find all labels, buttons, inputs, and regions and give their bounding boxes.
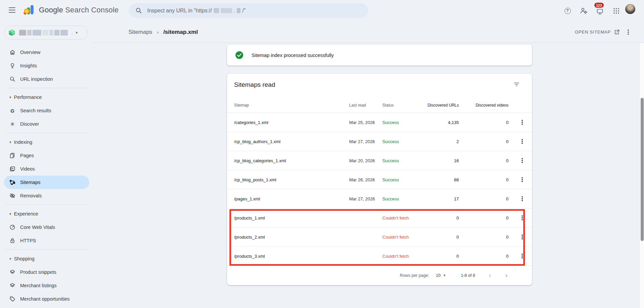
sidebar-item-label: Merchant opportunities bbox=[20, 296, 70, 302]
hamburger-menu-icon[interactable] bbox=[9, 7, 15, 14]
cell-discovered-videos: 0 bbox=[459, 120, 508, 125]
kebab-icon bbox=[522, 141, 523, 142]
cell-discovered-videos: 0 bbox=[459, 196, 508, 201]
sidebar-item-label: Overview bbox=[20, 50, 40, 55]
table-header-row: Sitemap Last read Status Discovered URLs… bbox=[227, 98, 532, 113]
layers-icon bbox=[9, 269, 15, 275]
cell-discovered-videos: 0 bbox=[459, 235, 508, 240]
table-row: /cp_blog_authors_1.xml Mar 27, 2026 Succ… bbox=[227, 132, 532, 151]
messages-button[interactable] bbox=[596, 8, 603, 15]
url-inspect-search-input[interactable]: Inspect any URL in "https://./" bbox=[129, 3, 368, 18]
app-title: Google Search Console bbox=[39, 6, 119, 14]
cell-discovered-videos: 0 bbox=[459, 254, 508, 259]
cell-last-read: Mar 27, 2026 bbox=[349, 139, 382, 144]
breadcrumb-sitemaps-link[interactable]: Sitemaps bbox=[128, 29, 152, 36]
cell-status: Success bbox=[382, 139, 427, 144]
pages-icon bbox=[9, 152, 15, 159]
cell-status: Success bbox=[382, 120, 427, 125]
topbar: Google Search Console Inspect any URL in… bbox=[0, 0, 644, 21]
help-button[interactable]: ? bbox=[564, 7, 571, 14]
row-more-actions-button[interactable] bbox=[519, 119, 526, 126]
column-header-sitemap: Sitemap bbox=[234, 103, 349, 108]
success-check-icon bbox=[235, 51, 243, 59]
rows-per-page-dropdown-icon[interactable]: ▾ bbox=[443, 273, 445, 278]
chevron-down-icon: ▾ bbox=[9, 140, 11, 144]
page-more-actions-button[interactable] bbox=[625, 28, 632, 36]
row-more-actions-button[interactable] bbox=[519, 138, 526, 145]
magnifier-icon bbox=[9, 76, 15, 82]
next-page-button[interactable]: › bbox=[505, 272, 508, 279]
row-more-actions-button[interactable] bbox=[519, 195, 526, 202]
cell-status: Success bbox=[382, 177, 427, 182]
page-header: Sitemaps › /sitemap.xml OPEN SITEMAP bbox=[92, 21, 644, 43]
sidebar-section-performance[interactable]: ▾ Performance bbox=[4, 90, 89, 104]
cell-discovered-urls: 0 bbox=[427, 215, 459, 221]
user-avatar[interactable] bbox=[625, 4, 635, 14]
scrollbar-track[interactable] bbox=[639, 43, 644, 308]
sidebar-section-label: Shopping bbox=[14, 256, 35, 261]
sidebar-section-experience[interactable]: ▾ Experience bbox=[4, 207, 89, 221]
property-selector[interactable]: . ▾ bbox=[4, 25, 88, 40]
scrollbar-thumb[interactable] bbox=[641, 98, 644, 241]
sidebar-item-label: Merchant listings bbox=[20, 283, 57, 288]
rows-per-page-value[interactable]: 10 bbox=[436, 273, 441, 278]
column-header-last-read: Last read bbox=[349, 103, 382, 108]
lock-icon bbox=[9, 238, 15, 244]
app-logo[interactable]: Google Search Console bbox=[23, 5, 119, 15]
open-sitemap-button[interactable]: OPEN SITEMAP bbox=[575, 29, 620, 35]
previous-page-button[interactable]: ‹ bbox=[488, 272, 491, 279]
sidebar-item-url-inspection[interactable]: URL inspection bbox=[4, 72, 89, 86]
sidebar-item-removals[interactable]: Removals bbox=[4, 189, 89, 202]
sidebar-item-pages[interactable]: Pages bbox=[4, 149, 89, 162]
table-pagination: Rows per page: 10 ▾ 1-8 of 8 ‹ › bbox=[227, 266, 532, 285]
cell-last-read: Mar 20, 2026 bbox=[349, 158, 382, 163]
sidebar-item-search-results[interactable]: G Search results bbox=[4, 104, 89, 117]
row-more-actions-button[interactable] bbox=[519, 233, 526, 241]
sidebar-item-core-web-vitals[interactable]: Core Web Vitals bbox=[4, 221, 89, 234]
sidebar-item-https[interactable]: HTTPS bbox=[4, 234, 89, 247]
apps-grid-icon bbox=[613, 8, 620, 14]
table-row: /products_2.xml Couldn't fetch 0 0 bbox=[227, 228, 532, 247]
sidebar-item-discover[interactable]: ✳ Discover bbox=[4, 117, 89, 131]
cell-discovered-videos: 0 bbox=[459, 158, 508, 163]
row-more-actions-button[interactable] bbox=[519, 176, 526, 183]
banner-message: Sitemap index processed successfully bbox=[252, 53, 334, 58]
cell-discovered-videos: 0 bbox=[459, 177, 508, 182]
help-icon: ? bbox=[565, 8, 571, 14]
column-header-discovered-urls: Discovered URLs bbox=[427, 103, 459, 108]
sidebar-divider bbox=[5, 249, 89, 250]
sidebar-item-merchant-listings[interactable]: Merchant listings bbox=[4, 279, 89, 292]
cell-last-read: Mar 27, 2026 bbox=[349, 196, 382, 201]
sidebar-item-sitemaps[interactable]: Sitemaps bbox=[4, 176, 89, 189]
sidebar-item-label: Sitemaps bbox=[20, 180, 40, 185]
sidebar-item-product-snippets[interactable]: Product snippets bbox=[4, 265, 89, 279]
filter-icon bbox=[514, 81, 520, 87]
sidebar-item-videos[interactable]: Videos bbox=[4, 162, 89, 176]
chevron-down-icon: ▾ bbox=[9, 212, 11, 216]
settings-users-button[interactable] bbox=[580, 7, 587, 14]
sidebar-section-indexing[interactable]: ▾ Indexing bbox=[4, 135, 89, 149]
table-row: /products_3.xml Couldn't fetch 0 0 bbox=[227, 247, 532, 266]
redacted-text bbox=[237, 8, 240, 13]
external-link-icon bbox=[614, 29, 620, 35]
filter-button[interactable] bbox=[513, 80, 521, 88]
row-more-actions-button[interactable] bbox=[519, 157, 526, 164]
kebab-icon bbox=[522, 255, 523, 257]
cell-sitemap: /products_3.xml bbox=[234, 254, 349, 259]
search-placeholder: Inspect any URL in "https://./" bbox=[147, 8, 246, 14]
google-apps-button[interactable] bbox=[612, 7, 620, 14]
sidebar-item-insights[interactable]: Insights bbox=[4, 59, 89, 72]
cell-status: Success bbox=[382, 158, 427, 163]
sidebar-section-shopping[interactable]: ▾ Shopping bbox=[4, 252, 89, 265]
row-more-actions-button[interactable] bbox=[519, 214, 526, 222]
sidebar-item-overview[interactable]: Overview bbox=[4, 46, 89, 59]
sidebar-item-label: Product snippets bbox=[20, 269, 56, 275]
kebab-icon bbox=[522, 236, 523, 238]
search-console-logo-icon bbox=[23, 5, 34, 15]
sitemap-icon bbox=[9, 179, 15, 185]
notification-badge: 123 bbox=[594, 3, 604, 8]
cell-discovered-urls: 0 bbox=[427, 254, 459, 259]
breadcrumb: Sitemaps › /sitemap.xml bbox=[128, 29, 198, 36]
row-more-actions-button[interactable] bbox=[519, 252, 526, 260]
sidebar-item-merchant-opportunities[interactable]: Merchant opportunities bbox=[4, 292, 89, 306]
